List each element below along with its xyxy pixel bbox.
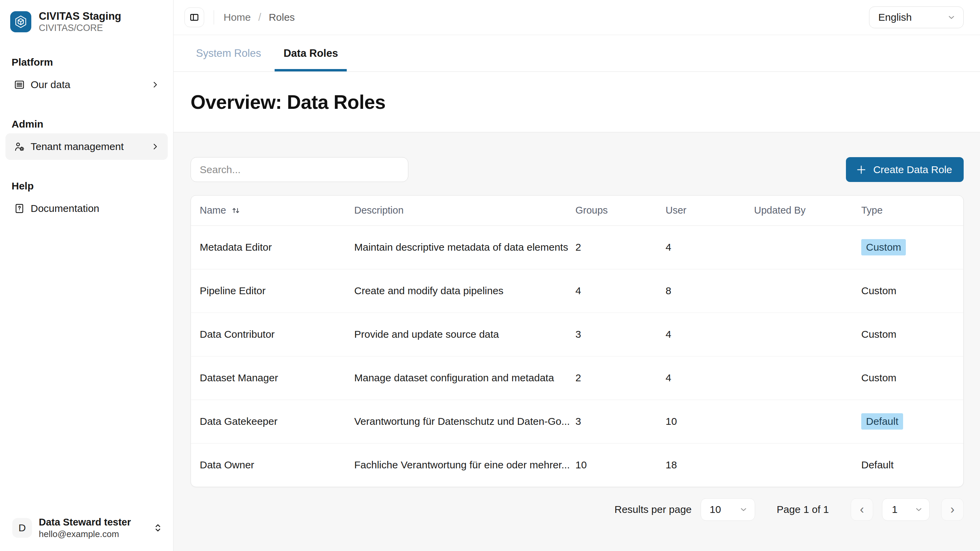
chevron-right-icon: [151, 142, 159, 151]
cell-groups: 4: [576, 269, 666, 313]
previous-page-button[interactable]: ‹: [851, 498, 873, 521]
create-data-role-button[interactable]: Create Data Role: [846, 157, 964, 182]
cell-name: Dataset Manager: [191, 356, 354, 400]
language-select-value: English: [878, 11, 912, 23]
roles-table: Name Description: [191, 195, 963, 487]
app-logo-icon: [10, 11, 31, 32]
table-body: Metadata Editor Maintain descriptive met…: [191, 225, 963, 487]
cell-type: Custom: [861, 356, 963, 400]
cell-name: Data Gatekeeper: [191, 400, 354, 443]
create-data-role-label: Create Data Role: [873, 164, 952, 176]
panel-toggle-icon: [189, 12, 200, 23]
type-badge: Custom: [861, 285, 896, 296]
type-badge: Custom: [861, 329, 896, 340]
cell-groups: 2: [576, 225, 666, 269]
table-row[interactable]: Pipeline Editor Create and modify data p…: [191, 269, 963, 313]
page-header: Overview: Data Roles: [173, 72, 980, 132]
cell-user: 10: [666, 400, 754, 443]
table-row[interactable]: Metadata Editor Maintain descriptive met…: [191, 225, 963, 269]
section-label-help: Help: [5, 180, 168, 192]
sidebar-toggle-button[interactable]: [185, 8, 204, 27]
tab-bar: System Roles Data Roles: [173, 35, 980, 72]
sidebar: CIVITAS Staging CIVITAS/CORE Platform Ou…: [0, 0, 173, 551]
cell-updated-by: [754, 313, 861, 356]
cell-description: Maintain descriptive metadata of data el…: [354, 225, 576, 269]
user-gear-icon: [14, 141, 25, 152]
type-badge: Default: [861, 459, 894, 470]
column-header-groups: Groups: [576, 195, 666, 225]
page-title: Overview: Data Roles: [191, 91, 385, 113]
cell-user: 4: [666, 225, 754, 269]
tab-data-roles[interactable]: Data Roles: [275, 35, 347, 71]
language-select[interactable]: English: [869, 6, 964, 28]
type-badge: Default: [861, 413, 903, 430]
pagination-bar: Results per page 10 Page 1 of 1 ‹ 1 ›: [191, 498, 964, 521]
current-page-value: 1: [892, 504, 898, 515]
chevron-down-icon: [739, 505, 748, 514]
column-header-user: User: [666, 195, 754, 225]
chevron-right-icon: [151, 80, 159, 89]
cell-user: 4: [666, 313, 754, 356]
next-page-button[interactable]: ›: [941, 498, 964, 521]
app-brand: CIVITAS Staging CIVITAS/CORE: [0, 0, 173, 36]
cell-type: Custom: [861, 269, 963, 313]
table-row[interactable]: Dataset Manager Manage dataset configura…: [191, 356, 963, 400]
sidebar-spacer: [0, 222, 173, 507]
chevron-down-icon: [947, 13, 956, 22]
cell-updated-by: [754, 400, 861, 443]
section-label-platform: Platform: [5, 56, 168, 68]
sidebar-item-our-data[interactable]: Our data: [5, 71, 168, 98]
cell-updated-by: [754, 443, 861, 487]
type-badge: Custom: [861, 372, 896, 383]
results-per-page-select[interactable]: 10: [701, 498, 755, 521]
cell-name: Data Owner: [191, 443, 354, 487]
app-window: CIVITAS Staging CIVITAS/CORE Platform Ou…: [0, 0, 980, 551]
cell-user: 8: [666, 269, 754, 313]
tab-system-roles[interactable]: System Roles: [187, 35, 270, 71]
app-subtitle: CIVITAS/CORE: [39, 22, 121, 33]
cell-groups: 3: [576, 313, 666, 356]
column-header-updated-by: Updated By: [754, 195, 861, 225]
data-list-icon: [14, 79, 25, 91]
sort-icon[interactable]: [231, 205, 241, 216]
cell-groups: 3: [576, 400, 666, 443]
table-row[interactable]: Data Contributor Provide and update sour…: [191, 313, 963, 356]
column-header-name[interactable]: Name: [191, 195, 354, 225]
cell-name: Pipeline Editor: [191, 269, 354, 313]
cell-name: Metadata Editor: [191, 225, 354, 269]
cell-name: Data Contributor: [191, 313, 354, 356]
cell-groups: 10: [576, 443, 666, 487]
table-header-row: Name Description: [191, 195, 963, 225]
expand-up-down-icon: [153, 522, 163, 534]
cell-description: Manage dataset configuration and metadat…: [354, 356, 576, 400]
cell-user: 18: [666, 443, 754, 487]
cell-type: Custom: [861, 313, 963, 356]
cell-type: Default: [861, 400, 963, 443]
sidebar-item-tenant-management[interactable]: Tenant management: [5, 133, 168, 160]
user-email: hello@example.com: [39, 529, 131, 540]
column-header-description: Description: [354, 195, 576, 225]
cell-updated-by: [754, 269, 861, 313]
cell-updated-by: [754, 225, 861, 269]
search-input[interactable]: [191, 157, 408, 182]
sidebar-item-documentation[interactable]: Documentation: [5, 195, 168, 222]
top-bar: Home / Roles English: [173, 0, 980, 35]
type-badge: Custom: [861, 239, 906, 256]
breadcrumb: Home / Roles: [224, 11, 295, 24]
cell-user: 4: [666, 356, 754, 400]
current-page-select[interactable]: 1: [882, 498, 930, 521]
user-menu[interactable]: D Data Steward tester hello@example.com: [0, 507, 173, 551]
sidebar-item-label: Documentation: [30, 203, 99, 214]
table-row[interactable]: Data Owner Fachliche Verantwortung für e…: [191, 443, 963, 487]
section-label-admin: Admin: [5, 118, 168, 130]
plus-icon: [856, 164, 867, 176]
cell-type: Default: [861, 443, 963, 487]
sidebar-nav: Platform Our data Admin: [0, 36, 173, 222]
table-controls: Create Data Role: [191, 157, 964, 182]
page-info: Page 1 of 1: [777, 504, 829, 515]
cell-updated-by: [754, 356, 861, 400]
user-name: Data Steward tester: [39, 516, 131, 528]
table-row[interactable]: Data Gatekeeper Verantwortung für Datens…: [191, 400, 963, 443]
breadcrumb-home-link[interactable]: Home: [224, 11, 251, 23]
breadcrumb-current: Roles: [269, 11, 295, 23]
